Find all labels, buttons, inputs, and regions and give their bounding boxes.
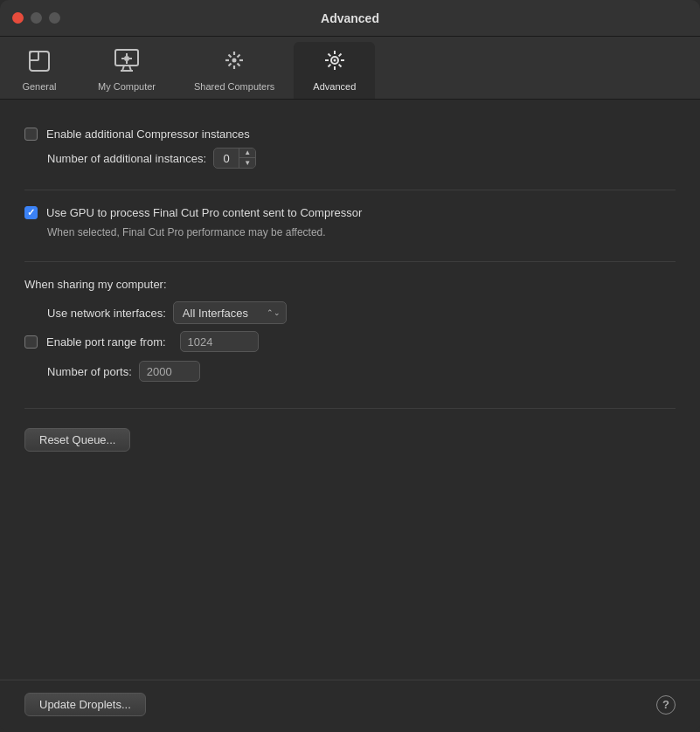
network-select-container: All Interfaces [173, 301, 287, 324]
shared-computers-icon [220, 47, 248, 78]
traffic-lights [12, 12, 60, 24]
minimize-button[interactable] [31, 12, 42, 24]
toolbar: General My Computer [0, 37, 700, 100]
gpu-row: Use GPU to process Final Cut Pro content… [24, 206, 676, 219]
svg-line-28 [338, 54, 341, 57]
svg-point-21 [333, 59, 336, 62]
network-interface-row: Use network interfaces: All Interfaces [47, 301, 676, 324]
stepper-arrows: ▲ ▼ [239, 148, 255, 169]
tab-shared-computers-label: Shared Computers [194, 81, 274, 92]
sharing-section: When sharing my computer: Use network in… [24, 269, 676, 409]
close-button[interactable] [12, 12, 24, 24]
instances-label: Enable additional Compressor instances [46, 128, 250, 141]
instances-checkbox[interactable] [24, 128, 38, 141]
port-range-checkbox[interactable] [24, 335, 38, 349]
svg-line-17 [238, 64, 240, 66]
compressor-instances-section: Enable additional Compressor instances N… [24, 119, 676, 190]
ports-label: Number of ports: [47, 365, 132, 378]
gpu-checkbox[interactable] [24, 206, 38, 219]
svg-line-29 [328, 65, 330, 67]
window-title: Advanced [321, 11, 379, 25]
tab-shared-computers[interactable]: Shared Computers [175, 42, 294, 99]
update-droplets-button[interactable]: Update Droplets... [24, 693, 146, 716]
port-range-row: Enable port range from: [24, 331, 676, 352]
gpu-label: Use GPU to process Final Cut Pro content… [46, 206, 362, 219]
tab-advanced[interactable]: Advanced [294, 42, 375, 99]
svg-line-26 [328, 54, 330, 57]
network-select[interactable]: All Interfaces [173, 301, 287, 324]
network-label: Use network interfaces: [47, 307, 166, 320]
svg-line-27 [338, 65, 341, 67]
ports-input[interactable] [139, 361, 200, 382]
gpu-section: Use GPU to process Final Cut Pro content… [24, 197, 676, 262]
stepper-wrap: Number of additional instances: ▲ ▼ [47, 148, 676, 169]
instances-stepper[interactable]: ▲ ▼ [213, 148, 256, 169]
maximize-button[interactable] [49, 12, 60, 24]
tab-my-computer[interactable]: My Computer [79, 42, 175, 99]
content-area: Enable additional Compressor instances N… [0, 100, 700, 671]
reset-queue-button[interactable]: Reset Queue... [24, 428, 130, 452]
stepper-label: Number of additional instances: [47, 152, 206, 165]
port-range-input[interactable] [180, 331, 259, 352]
svg-point-6 [124, 56, 129, 61]
main-window: Advanced General [0, 0, 700, 732]
svg-line-18 [238, 55, 240, 58]
svg-line-16 [229, 55, 232, 58]
help-button[interactable]: ? [656, 695, 676, 715]
advanced-icon [322, 47, 348, 78]
tab-advanced-label: Advanced [313, 81, 356, 92]
stepper-down-button[interactable]: ▼ [239, 158, 255, 169]
tab-general-label: General [22, 81, 56, 92]
my-computer-icon [113, 47, 141, 78]
instances-row: Enable additional Compressor instances [24, 128, 676, 141]
instances-value[interactable] [214, 152, 239, 165]
num-ports-row: Number of ports: [47, 361, 676, 382]
svg-line-19 [229, 64, 232, 66]
general-icon [26, 48, 52, 78]
port-range-label: Enable port range from: [46, 335, 166, 349]
tab-general[interactable]: General [0, 42, 79, 99]
svg-point-11 [232, 59, 237, 63]
tab-my-computer-label: My Computer [98, 81, 156, 92]
gpu-sub-label: When selected, Final Cut Pro performance… [47, 226, 676, 238]
reset-section: Reset Queue... [24, 416, 676, 452]
sharing-heading: When sharing my computer: [24, 278, 676, 291]
title-bar: Advanced [0, 0, 700, 37]
stepper-up-button[interactable]: ▲ [239, 148, 255, 158]
bottom-bar: Update Droplets... ? [0, 680, 700, 732]
